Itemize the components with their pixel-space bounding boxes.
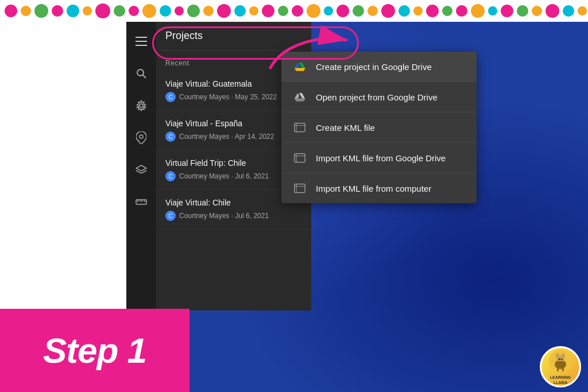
step-text: Step 1 (43, 330, 146, 371)
decorative-border (0, 0, 588, 22)
decorative-circle (456, 5, 467, 17)
icon-sidebar (126, 22, 156, 311)
svg-rect-1 (136, 41, 147, 42)
ruler-icon[interactable] (131, 192, 152, 212)
kml-icon (294, 183, 305, 194)
white-background (0, 22, 126, 309)
decorative-circle (471, 4, 485, 18)
avatar: C (165, 92, 176, 102)
decorative-circle (5, 5, 17, 17)
project-meta: C Courtney Mayes · Jul 6, 2021 (165, 211, 302, 221)
layers-icon[interactable] (131, 160, 152, 180)
decorative-circle (160, 5, 171, 17)
avatar: C (165, 171, 176, 181)
gdrive-open-icon (294, 91, 305, 103)
decorative-circle (399, 5, 410, 17)
dropdown-menu-item[interactable]: Create project in Google Drive (281, 52, 477, 82)
decorative-circle (292, 5, 303, 17)
badge-inner: LEARNING LLAMA (541, 348, 579, 386)
decorative-circle (67, 5, 79, 17)
circles-row (0, 1, 588, 21)
svg-rect-31 (557, 367, 559, 371)
menu-item-text: Create KML file (316, 123, 375, 133)
decorative-circle (336, 5, 349, 17)
hamburger-menu[interactable] (131, 31, 152, 52)
decorative-circle (563, 5, 574, 17)
decorative-circle (546, 4, 559, 18)
project-meta-text: Courtney Mayes · May 25, 2022 (179, 93, 277, 101)
decorative-circle (203, 6, 214, 16)
svg-rect-32 (562, 367, 564, 371)
svg-point-28 (562, 353, 565, 359)
decorative-circle (368, 6, 378, 16)
decorative-circle (52, 5, 63, 17)
svg-point-30 (561, 358, 563, 360)
decorative-circle (488, 6, 497, 15)
decorative-circle (278, 6, 288, 16)
location-icon[interactable] (131, 127, 152, 148)
menu-item-icon (293, 181, 307, 195)
menu-item-icon (293, 151, 307, 165)
menu-item-text: Import KML file from computer (316, 184, 431, 193)
decorative-circle (21, 6, 31, 16)
search-icon[interactable] (131, 63, 152, 84)
dropdown-menu-item[interactable]: Open project from Google Drive (281, 82, 477, 112)
decorative-circle (426, 5, 439, 17)
menu-item-icon (293, 121, 307, 134)
svg-point-3 (137, 69, 144, 76)
menu-item-icon (293, 60, 307, 73)
llama-icon (548, 348, 573, 374)
kml-icon (294, 122, 305, 133)
dropdown-menu: Create project in Google Drive Open proj… (281, 52, 477, 203)
decorative-circle (249, 6, 258, 15)
svg-rect-17 (295, 154, 305, 162)
project-meta-text: Courtney Mayes · Jul 6, 2021 (179, 172, 269, 180)
decorative-circle (532, 6, 542, 16)
svg-rect-14 (295, 123, 305, 132)
decorative-circle (353, 5, 364, 17)
decorative-circle (129, 6, 139, 16)
decorative-circle (234, 5, 246, 17)
decorative-circle (142, 4, 156, 18)
avatar: C (165, 211, 176, 221)
menu-item-text: Create project in Google Drive (316, 62, 432, 72)
step-banner: Step 1 (0, 309, 189, 392)
decorative-circle (307, 4, 320, 18)
dropdown-menu-item[interactable]: Import KML file from Google Drive (281, 143, 477, 173)
svg-point-27 (556, 353, 559, 359)
svg-line-4 (143, 75, 146, 79)
badge-line2: LLAMA (550, 380, 571, 385)
project-meta-text: Courtney Mayes · Jul 6, 2021 (179, 212, 269, 220)
decorative-circle (114, 5, 125, 17)
svg-point-6 (140, 135, 143, 138)
settings-icon[interactable] (131, 95, 152, 116)
dropdown-menu-item[interactable]: Import KML file from computer (281, 173, 477, 203)
badge-line1: LEARNING (550, 375, 571, 380)
svg-point-29 (559, 358, 560, 360)
app-container: Projects Recent Viaje Virtual: Guatemala… (126, 22, 465, 311)
svg-marker-7 (136, 165, 146, 171)
decorative-circle (262, 5, 274, 17)
svg-rect-0 (136, 37, 147, 38)
decorative-circle (34, 4, 48, 18)
projects-title: Projects (165, 30, 203, 42)
decorative-circle (517, 5, 528, 17)
decorative-circle (501, 5, 513, 17)
decorative-circle (381, 4, 395, 18)
svg-point-5 (140, 104, 143, 107)
decorative-circle (578, 6, 587, 15)
svg-rect-2 (136, 45, 147, 46)
menu-item-text: Import KML file from Google Drive (316, 153, 446, 163)
decorative-circle (413, 6, 423, 15)
dropdown-menu-item[interactable]: Create KML file (281, 112, 477, 143)
svg-rect-20 (295, 184, 305, 193)
decorative-circle (217, 4, 231, 18)
learning-llama-badge: LEARNING LLAMA (540, 346, 581, 387)
avatar: C (165, 131, 176, 142)
decorative-circle (442, 6, 452, 16)
menu-item-icon (293, 90, 307, 104)
project-meta-text: Courtney Mayes · Apr 14, 2022 (179, 133, 274, 141)
projects-header: Projects (156, 22, 311, 51)
recent-label: Recent (165, 59, 189, 67)
kml-icon (294, 152, 305, 164)
